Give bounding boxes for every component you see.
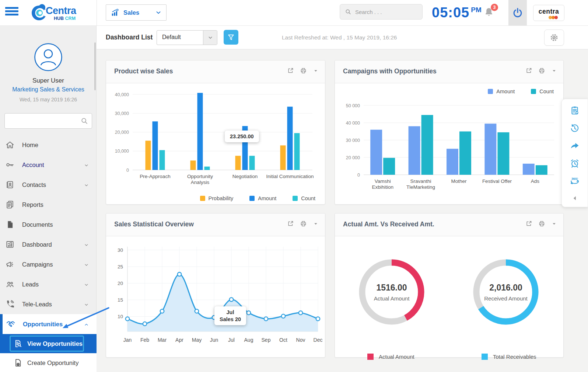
notifications-button[interactable]: 3 <box>483 6 496 20</box>
bar-count-initial-communication[interactable] <box>294 133 300 170</box>
bar-count-negotiation[interactable] <box>249 156 255 170</box>
legend-count[interactable]: Count <box>531 88 554 94</box>
point-aug[interactable] <box>247 311 251 314</box>
print-button[interactable] <box>300 67 307 74</box>
point-jan[interactable] <box>126 317 129 321</box>
point-mar[interactable] <box>160 309 164 313</box>
sidebar-item-home[interactable]: Home <box>0 135 97 155</box>
sidebar-item-account[interactable]: Account <box>0 155 97 175</box>
bar-amount-ads[interactable] <box>523 164 535 175</box>
bar-amount-vamshi-exbihition[interactable] <box>370 130 382 175</box>
open-in-new-button[interactable] <box>525 220 533 227</box>
menu-icon[interactable] <box>5 7 18 18</box>
legend-count[interactable]: Count <box>293 195 315 201</box>
bar-amount-mother[interactable] <box>447 149 458 175</box>
open-in-new-icon <box>525 67 533 74</box>
point-nov[interactable] <box>299 311 302 314</box>
svg-text:Sep: Sep <box>262 337 271 343</box>
bar-amount-sravanthi-tlemarketing[interactable] <box>409 126 420 175</box>
bar-probability-initial-communication[interactable] <box>280 145 286 170</box>
bar-probability-negotiation[interactable] <box>235 156 241 170</box>
legend-probability[interactable]: Probability <box>200 195 234 201</box>
global-search-input[interactable]: Search . . . <box>340 4 423 20</box>
history-button[interactable] <box>569 123 580 134</box>
bar-amount-pre-approach[interactable] <box>153 121 158 170</box>
print-button[interactable] <box>538 67 546 74</box>
bar-count-mother[interactable] <box>459 132 471 175</box>
chevron-down-icon <box>155 9 162 16</box>
sidebar-item-documents[interactable]: Documents <box>0 215 97 234</box>
filter-button[interactable] <box>224 30 238 45</box>
svg-text:Nov: Nov <box>296 337 305 343</box>
share-button[interactable] <box>569 140 580 151</box>
home-icon <box>5 140 15 150</box>
open-in-new-button[interactable] <box>287 67 294 74</box>
print-button[interactable] <box>538 220 546 227</box>
sidebar-item-label: Home <box>22 142 38 149</box>
sidebar-item-tele-leads[interactable]: Tele-Leads <box>0 294 97 314</box>
bar-count-pre-approach[interactable] <box>160 150 165 170</box>
bar-count-festival-offer[interactable] <box>497 132 509 175</box>
bar-count-ads[interactable] <box>536 165 547 175</box>
user-department[interactable]: Marketing Sales & Services <box>0 86 97 93</box>
point-dec[interactable] <box>316 317 320 321</box>
bar-probability-opportunity-analysis[interactable] <box>190 160 196 170</box>
tasks-button[interactable] <box>569 105 580 116</box>
sidebar-subitem-view-opportunities[interactable]: View Opportunities <box>0 334 97 353</box>
bar-count-sravanthi-tlemarketing[interactable] <box>421 115 433 175</box>
donut-received-amount[interactable]: 2,016.00Received Amount <box>473 259 539 325</box>
alarm-button[interactable] <box>569 158 580 169</box>
point-jul[interactable] <box>230 298 233 301</box>
sidebar-search-input[interactable] <box>8 114 78 128</box>
sidebar-item-dashboard[interactable]: Dashboard <box>0 234 97 254</box>
dashboard-view-select[interactable]: Default <box>157 30 217 45</box>
legend-amount[interactable]: Amount <box>488 88 515 94</box>
module-select[interactable]: $ Sales <box>106 4 167 21</box>
bar-probability-pre-approach[interactable] <box>146 141 151 170</box>
legend-amount[interactable]: Amount <box>249 195 276 201</box>
settings-button[interactable] <box>544 29 564 46</box>
point-feb[interactable] <box>143 322 147 326</box>
point-may[interactable] <box>195 309 199 313</box>
tooltip-month: Jul <box>220 309 241 315</box>
sidebar-item-leads[interactable]: Leads <box>0 274 97 294</box>
app-logo[interactable]: Centra HUB CRM <box>31 1 83 24</box>
point-apr[interactable] <box>178 272 181 276</box>
rotate-360-button[interactable]: 360° <box>569 175 580 186</box>
sidebar-item-contacts[interactable]: Contacts <box>0 175 97 195</box>
handshake-icon <box>6 319 15 329</box>
caret-down-button[interactable] <box>551 67 557 74</box>
sidebar-item-reports[interactable]: Reports <box>0 195 97 215</box>
caret-down-button[interactable] <box>551 220 557 227</box>
svg-text:15: 15 <box>118 297 123 303</box>
user-name: Super User <box>0 77 97 84</box>
sidebar-item-campaigns[interactable]: Campaigns <box>0 254 97 274</box>
svg-text:VamshiExbihition: VamshiExbihition <box>372 178 393 190</box>
report-icon <box>5 200 15 209</box>
caret-down-button[interactable] <box>312 67 319 74</box>
bar-amount-initial-communication[interactable] <box>287 107 293 170</box>
caret-down-button[interactable] <box>312 220 319 227</box>
point-oct[interactable] <box>281 314 285 318</box>
sidebar-subitem-create-opportunity[interactable]: Create Opportunity <box>0 353 97 372</box>
open-in-new-icon <box>525 220 533 227</box>
card-title: Sales Statistical Overview <box>114 220 194 228</box>
bar-count-vamshi-exbihition[interactable] <box>383 158 395 175</box>
print-button[interactable] <box>300 220 307 227</box>
sidebar-item-label: Tele-Leads <box>22 301 52 308</box>
last-refreshed-text: Last Refreshed at: Wed , 15 May 2019, 16… <box>282 34 397 41</box>
svg-text:40,000: 40,000 <box>115 92 129 97</box>
donut-actual-amount[interactable]: 1516.00Actual Amount <box>359 259 424 325</box>
module-select-value: Sales <box>123 9 139 16</box>
point-sep[interactable] <box>264 317 268 321</box>
logout-button[interactable] <box>508 0 527 26</box>
bar-amount-festival-offer[interactable] <box>484 124 496 175</box>
sidebar-item-opportunities[interactable]: Opportunities <box>0 314 97 334</box>
open-in-new-button[interactable] <box>525 67 533 74</box>
bar-count-opportunity-analysis[interactable] <box>204 167 210 170</box>
svg-text:Apr: Apr <box>175 337 183 343</box>
avatar[interactable] <box>34 43 63 72</box>
collapse-button[interactable] <box>570 193 580 202</box>
open-in-new-button[interactable] <box>287 220 294 227</box>
bar-amount-opportunity-analysis[interactable] <box>197 93 203 170</box>
